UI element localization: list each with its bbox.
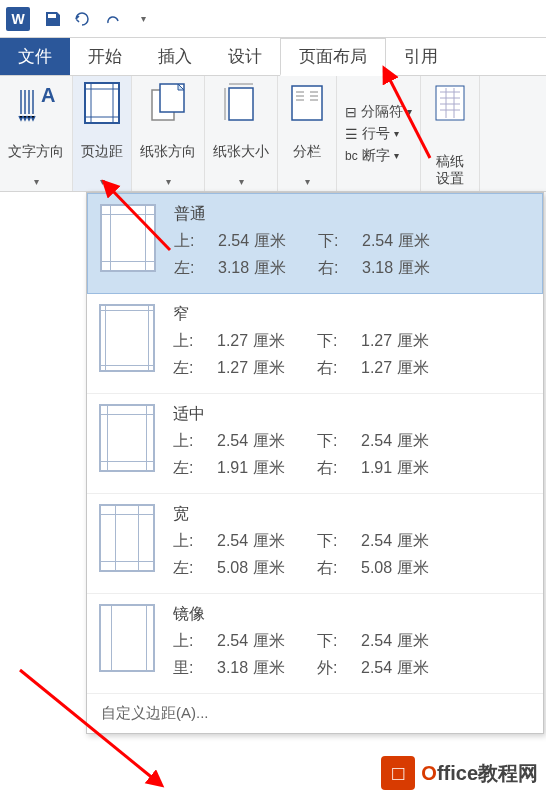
hyphen-label: 断字	[362, 147, 390, 165]
undo-button[interactable]	[68, 4, 98, 34]
orientation-button[interactable]: 纸张方向 ▾	[132, 76, 205, 191]
line-numbers-button[interactable]: ☰行号▾	[345, 125, 412, 143]
text-direction-label: 文字方向	[8, 143, 64, 160]
title-bar: W ▾	[0, 0, 546, 38]
margin-option-mirror[interactable]: 镜像 上:2.54 厘米 下:2.54 厘米 里:3.18 厘米 外:2.54 …	[87, 594, 543, 694]
manuscript-button[interactable]: 稿纸 设置	[421, 76, 480, 191]
margin-info: 普通 上:2.54 厘米 下:2.54 厘米 左:3.18 厘米 右:3.18 …	[174, 204, 530, 279]
columns-button[interactable]: 分栏 ▾	[278, 76, 337, 191]
svg-text:A: A	[41, 84, 55, 106]
svg-rect-8	[229, 88, 253, 120]
ribbon: A 文字方向 ▾ 页边距 ▾ 纸张方向 ▾ 纸张大小 ▾ 分栏 ▾ ⊟分隔符▾ …	[0, 76, 546, 192]
margin-thumb-icon	[99, 504, 155, 572]
hyphen-icon: bc	[345, 149, 358, 163]
dropdown-icon: ▾	[100, 176, 105, 187]
ribbon-tabs: 文件 开始 插入 设计 页面布局 引用	[0, 38, 546, 76]
breaks-icon: ⊟	[345, 104, 357, 120]
columns-label: 分栏	[293, 143, 321, 160]
tab-references[interactable]: 引用	[386, 38, 456, 75]
manuscript-icon	[429, 82, 471, 124]
linenum-label: 行号	[362, 125, 390, 143]
text-direction-icon: A	[15, 82, 57, 124]
dropdown-icon: ▾	[166, 176, 171, 187]
size-label: 纸张大小	[213, 143, 269, 160]
linenum-icon: ☰	[345, 126, 358, 142]
svg-rect-18	[436, 86, 464, 120]
tab-insert[interactable]: 插入	[140, 38, 210, 75]
margins-label: 页边距	[81, 143, 123, 160]
margin-thumb-icon	[99, 304, 155, 372]
margin-name: 宽	[173, 504, 531, 525]
margin-name: 适中	[173, 404, 531, 425]
orientation-icon	[147, 82, 189, 124]
margins-icon	[81, 82, 123, 124]
margin-name: 镜像	[173, 604, 531, 625]
margin-name: 窄	[173, 304, 531, 325]
tab-home[interactable]: 开始	[70, 38, 140, 75]
watermark-text: ffice教程网	[437, 762, 538, 784]
size-icon	[220, 82, 262, 124]
breaks-label: 分隔符	[361, 103, 403, 121]
margin-info: 适中 上:2.54 厘米 下:2.54 厘米 左:1.91 厘米 右:1.91 …	[173, 404, 531, 479]
size-button[interactable]: 纸张大小 ▾	[205, 76, 278, 191]
watermark: □ Office教程网	[381, 756, 538, 790]
margins-dropdown: 普通 上:2.54 厘米 下:2.54 厘米 左:3.18 厘米 右:3.18 …	[86, 192, 544, 734]
office-logo-icon: □	[381, 756, 415, 790]
custom-margins-item[interactable]: 自定义边距(A)...	[87, 694, 543, 733]
watermark-o: O	[421, 762, 437, 784]
svg-rect-11	[292, 86, 322, 120]
margin-option-normal[interactable]: 普通 上:2.54 厘米 下:2.54 厘米 左:3.18 厘米 右:3.18 …	[87, 193, 543, 294]
save-button[interactable]	[38, 4, 68, 34]
margin-option-narrow[interactable]: 窄 上:1.27 厘米 下:1.27 厘米 左:1.27 厘米 右:1.27 厘…	[87, 294, 543, 394]
margin-info: 窄 上:1.27 厘米 下:1.27 厘米 左:1.27 厘米 右:1.27 厘…	[173, 304, 531, 379]
margin-option-moderate[interactable]: 适中 上:2.54 厘米 下:2.54 厘米 左:1.91 厘米 右:1.91 …	[87, 394, 543, 494]
margin-thumb-icon	[99, 604, 155, 672]
hyphenation-button[interactable]: bc断字▾	[345, 147, 412, 165]
manuscript-label: 稿纸 设置	[436, 153, 464, 187]
dropdown-icon: ▾	[305, 176, 310, 187]
margin-name: 普通	[174, 204, 530, 225]
text-direction-button[interactable]: A 文字方向 ▾	[0, 76, 73, 191]
margin-info: 镜像 上:2.54 厘米 下:2.54 厘米 里:3.18 厘米 外:2.54 …	[173, 604, 531, 679]
page-setup-group: ⊟分隔符▾ ☰行号▾ bc断字▾	[337, 76, 421, 191]
word-logo-icon: W	[6, 7, 30, 31]
dropdown-icon: ▾	[34, 176, 39, 187]
dropdown-icon: ▾	[239, 176, 244, 187]
margin-option-wide[interactable]: 宽 上:2.54 厘米 下:2.54 厘米 左:5.08 厘米 右:5.08 厘…	[87, 494, 543, 594]
redo-button[interactable]	[98, 4, 128, 34]
orientation-label: 纸张方向	[140, 143, 196, 160]
margin-thumb-icon	[99, 404, 155, 472]
tab-page-layout[interactable]: 页面布局	[280, 38, 386, 76]
columns-icon	[286, 82, 328, 124]
tab-design[interactable]: 设计	[210, 38, 280, 75]
margins-button[interactable]: 页边距 ▾	[73, 76, 132, 191]
margin-thumb-icon	[100, 204, 156, 272]
tab-file[interactable]: 文件	[0, 38, 70, 75]
breaks-button[interactable]: ⊟分隔符▾	[345, 103, 412, 121]
qat-customize-icon[interactable]: ▾	[128, 4, 158, 34]
margin-info: 宽 上:2.54 厘米 下:2.54 厘米 左:5.08 厘米 右:5.08 厘…	[173, 504, 531, 579]
